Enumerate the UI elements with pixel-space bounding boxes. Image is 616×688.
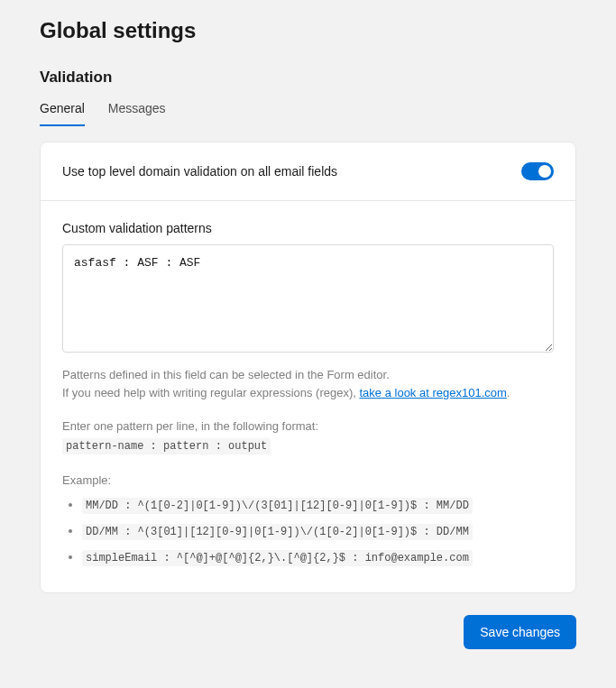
format-code: pattern-name : pattern : output	[62, 438, 271, 454]
list-item: simpleEmail : ^[^@]+@[^@]{2,}\.[^@]{2,}$…	[82, 548, 554, 567]
custom-patterns-label: Custom validation patterns	[62, 221, 554, 235]
custom-patterns-input[interactable]	[62, 244, 554, 353]
footer: Save changes	[40, 615, 576, 649]
patterns-help-text: Patterns defined in this field can be se…	[62, 366, 554, 401]
format-intro: Enter one pattern per line, in the follo…	[62, 417, 554, 436]
tab-messages[interactable]: Messages	[108, 101, 166, 126]
list-item: MM/DD : ^(1[0-2]|0[1-9])\/(3[01]|[12][0-…	[82, 496, 554, 515]
example-code: simpleEmail : ^[^@]+@[^@]{2,}\.[^@]{2,}$…	[82, 550, 473, 566]
help-line-2-suffix: .	[507, 386, 510, 399]
tld-validation-label: Use top level domain validation on all e…	[62, 164, 337, 179]
example-block: Example: MM/DD : ^(1[0-2]|0[1-9])\/(3[01…	[62, 472, 554, 567]
example-code: DD/MM : ^(3[01]|[12][0-9]|0[1-9])\/(1[0-…	[82, 524, 473, 540]
help-line-2-prefix: If you need help with writing regular ex…	[62, 386, 360, 399]
tabs: General Messages	[40, 101, 576, 127]
format-help: Enter one pattern per line, in the follo…	[62, 417, 554, 455]
example-list: MM/DD : ^(1[0-2]|0[1-9])\/(3[01]|[12][0-…	[62, 496, 554, 568]
list-item: DD/MM : ^(3[01]|[12][0-9]|0[1-9])\/(1[0-…	[82, 522, 554, 541]
page-title: Global settings	[40, 18, 576, 43]
example-label: Example:	[62, 472, 554, 491]
regex101-link[interactable]: take a look at regex101.com	[360, 386, 507, 399]
settings-card: Use top level domain validation on all e…	[40, 142, 576, 593]
help-line-1: Patterns defined in this field can be se…	[62, 368, 390, 381]
tld-validation-toggle[interactable]	[521, 162, 554, 180]
custom-patterns-section: Custom validation patterns Patterns defi…	[41, 201, 575, 592]
section-title: Validation	[40, 69, 576, 87]
example-code: MM/DD : ^(1[0-2]|0[1-9])\/(3[01]|[12][0-…	[82, 498, 473, 514]
save-button[interactable]: Save changes	[464, 615, 576, 649]
tab-general[interactable]: General	[40, 101, 85, 126]
tld-validation-row: Use top level domain validation on all e…	[41, 142, 575, 201]
